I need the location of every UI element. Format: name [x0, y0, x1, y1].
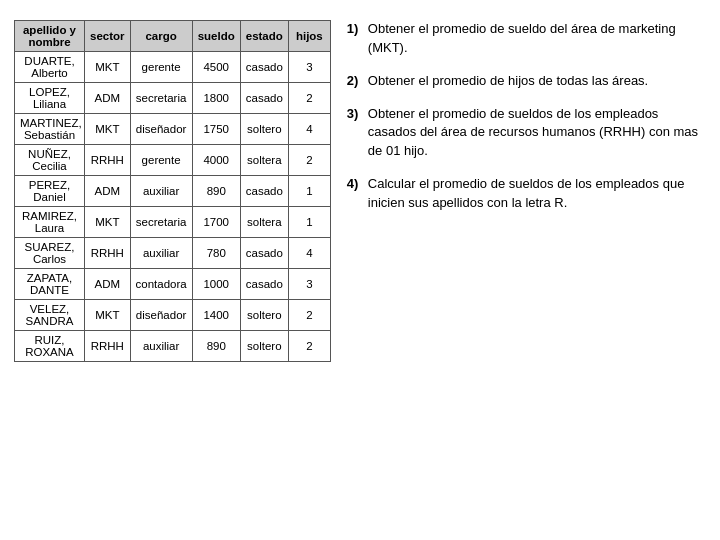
- table-row: VELEZ, SANDRAMKTdiseñador1400soltero2: [15, 300, 331, 331]
- cell-7-2: contadora: [130, 269, 192, 300]
- cell-8-3: 1400: [192, 300, 240, 331]
- cell-0-5: 3: [288, 52, 330, 83]
- instructions-section: 1)Obtener el promedio de sueldo del área…: [347, 20, 706, 530]
- cell-4-5: 1: [288, 176, 330, 207]
- cell-1-0: LOPEZ, Liliana: [15, 83, 85, 114]
- table-row: PEREZ, DanielADMauxiliar890casado1: [15, 176, 331, 207]
- col-header-apellido: apellido y nombre: [15, 21, 85, 52]
- cell-7-5: 3: [288, 269, 330, 300]
- cell-1-5: 2: [288, 83, 330, 114]
- table-header-row: apellido y nombre sector cargo sueldo es…: [15, 21, 331, 52]
- instruction-num-4: 4): [347, 175, 363, 213]
- table-row: ZAPATA, DANTEADMcontadora1000casado3: [15, 269, 331, 300]
- cell-9-0: RUIZ, ROXANA: [15, 331, 85, 362]
- cell-9-2: auxiliar: [130, 331, 192, 362]
- instructions-list: 1)Obtener el promedio de sueldo del área…: [347, 20, 706, 213]
- data-table-section: apellido y nombre sector cargo sueldo es…: [14, 20, 331, 530]
- cell-9-3: 890: [192, 331, 240, 362]
- instruction-item-2: 2)Obtener el promedio de hijos de todas …: [347, 72, 706, 91]
- cell-2-2: diseñador: [130, 114, 192, 145]
- cell-8-4: soltero: [240, 300, 288, 331]
- cell-3-2: gerente: [130, 145, 192, 176]
- table-row: RUIZ, ROXANARRHHauxiliar890soltero2: [15, 331, 331, 362]
- cell-4-3: 890: [192, 176, 240, 207]
- cell-1-2: secretaria: [130, 83, 192, 114]
- cell-4-0: PEREZ, Daniel: [15, 176, 85, 207]
- cell-8-5: 2: [288, 300, 330, 331]
- cell-7-1: ADM: [85, 269, 131, 300]
- cell-7-4: casado: [240, 269, 288, 300]
- cell-4-1: ADM: [85, 176, 131, 207]
- cell-3-5: 2: [288, 145, 330, 176]
- cell-3-3: 4000: [192, 145, 240, 176]
- table-row: SUAREZ, CarlosRRHHauxiliar780casado4: [15, 238, 331, 269]
- cell-3-0: NUÑEZ, Cecilia: [15, 145, 85, 176]
- cell-5-0: RAMIREZ, Laura: [15, 207, 85, 238]
- cell-6-5: 4: [288, 238, 330, 269]
- cell-7-3: 1000: [192, 269, 240, 300]
- cell-2-3: 1750: [192, 114, 240, 145]
- cell-8-0: VELEZ, SANDRA: [15, 300, 85, 331]
- instruction-num-3: 3): [347, 105, 363, 162]
- cell-2-4: soltero: [240, 114, 288, 145]
- instruction-item-1: 1)Obtener el promedio de sueldo del área…: [347, 20, 706, 58]
- col-header-hijos: hijos: [288, 21, 330, 52]
- cell-6-0: SUAREZ, Carlos: [15, 238, 85, 269]
- cell-1-3: 1800: [192, 83, 240, 114]
- instruction-item-3: 3)Obtener el promedio de sueldos de los …: [347, 105, 706, 162]
- table-row: MARTINEZ, SebastiánMKTdiseñador1750solte…: [15, 114, 331, 145]
- instruction-num-1: 1): [347, 20, 363, 58]
- cell-9-5: 2: [288, 331, 330, 362]
- instruction-text-4: Calcular el promedio de sueldos de los e…: [368, 175, 706, 213]
- table-row: NUÑEZ, CeciliaRRHHgerente4000soltera2: [15, 145, 331, 176]
- instruction-text-2: Obtener el promedio de hijos de todas la…: [368, 72, 706, 91]
- cell-5-2: secretaria: [130, 207, 192, 238]
- cell-5-5: 1: [288, 207, 330, 238]
- cell-7-0: ZAPATA, DANTE: [15, 269, 85, 300]
- cell-5-3: 1700: [192, 207, 240, 238]
- cell-5-4: soltera: [240, 207, 288, 238]
- cell-8-1: MKT: [85, 300, 131, 331]
- cell-0-4: casado: [240, 52, 288, 83]
- cell-9-1: RRHH: [85, 331, 131, 362]
- cell-2-5: 4: [288, 114, 330, 145]
- cell-9-4: soltero: [240, 331, 288, 362]
- col-header-estado: estado: [240, 21, 288, 52]
- cell-4-4: casado: [240, 176, 288, 207]
- col-header-sueldo: sueldo: [192, 21, 240, 52]
- table-row: DUARTE, AlbertoMKTgerente4500casado3: [15, 52, 331, 83]
- cell-0-3: 4500: [192, 52, 240, 83]
- cell-0-1: MKT: [85, 52, 131, 83]
- col-header-sector: sector: [85, 21, 131, 52]
- employee-table: apellido y nombre sector cargo sueldo es…: [14, 20, 331, 362]
- instruction-text-1: Obtener el promedio de sueldo del área d…: [368, 20, 706, 58]
- cell-1-1: ADM: [85, 83, 131, 114]
- cell-3-4: soltera: [240, 145, 288, 176]
- cell-6-3: 780: [192, 238, 240, 269]
- cell-8-2: diseñador: [130, 300, 192, 331]
- table-row: LOPEZ, LilianaADMsecretaria1800casado2: [15, 83, 331, 114]
- col-header-cargo: cargo: [130, 21, 192, 52]
- instruction-num-2: 2): [347, 72, 363, 91]
- instruction-text-3: Obtener el promedio de sueldos de los em…: [368, 105, 706, 162]
- cell-1-4: casado: [240, 83, 288, 114]
- cell-2-1: MKT: [85, 114, 131, 145]
- cell-0-2: gerente: [130, 52, 192, 83]
- cell-6-2: auxiliar: [130, 238, 192, 269]
- cell-3-1: RRHH: [85, 145, 131, 176]
- cell-2-0: MARTINEZ, Sebastián: [15, 114, 85, 145]
- instruction-item-4: 4)Calcular el promedio de sueldos de los…: [347, 175, 706, 213]
- cell-0-0: DUARTE, Alberto: [15, 52, 85, 83]
- cell-4-2: auxiliar: [130, 176, 192, 207]
- cell-6-1: RRHH: [85, 238, 131, 269]
- cell-6-4: casado: [240, 238, 288, 269]
- cell-5-1: MKT: [85, 207, 131, 238]
- table-row: RAMIREZ, LauraMKTsecretaria1700soltera1: [15, 207, 331, 238]
